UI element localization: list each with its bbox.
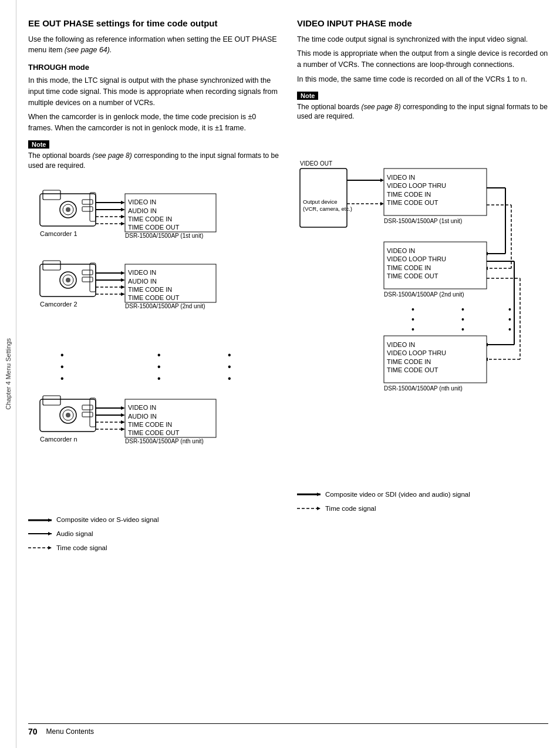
svg-text:TIME CODE OUT: TIME CODE OUT xyxy=(387,366,438,373)
svg-marker-91 xyxy=(380,202,384,205)
bottom-bar: 70 Menu Contents xyxy=(28,723,548,736)
svg-text:VIDEO IN: VIDEO IN xyxy=(387,247,415,254)
svg-marker-36 xyxy=(121,285,125,289)
bottom-label: Menu Contents xyxy=(46,727,94,736)
svg-text:•: • xyxy=(411,315,414,324)
svg-text:TIME CODE OUT: TIME CODE OUT xyxy=(387,199,438,206)
through-mode-title: THROUGH mode xyxy=(28,63,279,72)
svg-marker-13 xyxy=(121,215,125,218)
left-section-title: EE OUT PHASE settings for time code outp… xyxy=(28,18,279,29)
left-legend-item-2: Audio signal xyxy=(28,528,279,540)
right-section-title: VIDEO INPUT PHASE mode xyxy=(297,18,548,29)
svg-text:•: • xyxy=(157,362,161,372)
svg-marker-15 xyxy=(121,222,125,225)
right-para3: In this mode, the same time code is reco… xyxy=(297,74,548,85)
side-tab: Chapter 4 Menu Settings xyxy=(0,0,16,748)
svg-marker-89 xyxy=(380,178,384,182)
svg-marker-70 xyxy=(121,427,125,431)
right-diagram-svg: VIDEO OUT Output device (VCR, camera, et… xyxy=(297,127,532,480)
svg-text:•: • xyxy=(461,315,464,324)
svg-text:•: • xyxy=(411,325,414,334)
svg-point-27 xyxy=(66,278,70,282)
svg-marker-136 xyxy=(317,493,321,496)
svg-text:Camcorder 2: Camcorder 2 xyxy=(40,301,77,308)
svg-text:•: • xyxy=(228,350,231,360)
svg-text:TIME CODE IN: TIME CODE IN xyxy=(128,286,172,293)
svg-text:Camcorder 1: Camcorder 1 xyxy=(40,230,77,237)
svg-marker-32 xyxy=(121,271,125,275)
svg-marker-66 xyxy=(121,413,125,417)
svg-text:TIME CODE OUT: TIME CODE OUT xyxy=(128,429,180,436)
svg-text:Output device: Output device xyxy=(303,198,338,205)
svg-marker-11 xyxy=(121,208,125,211)
svg-text:TIME CODE IN: TIME CODE IN xyxy=(128,215,172,223)
left-legend-label-3: Time code signal xyxy=(56,542,107,554)
svg-text:AUDIO IN: AUDIO IN xyxy=(128,278,157,285)
svg-rect-61 xyxy=(82,412,93,417)
svg-text:DSR-1500A/1500AP (2nd unit): DSR-1500A/1500AP (2nd unit) xyxy=(384,291,464,298)
left-legend: Composite video or S-video signal Audio … xyxy=(28,514,279,554)
page-number: 70 xyxy=(28,727,38,736)
left-column: EE OUT PHASE settings for time code outp… xyxy=(28,18,279,712)
svg-text:•: • xyxy=(60,362,64,372)
svg-text:VIDEO LOOP THRU: VIDEO LOOP THRU xyxy=(387,255,446,262)
svg-marker-9 xyxy=(121,201,125,204)
svg-text:•: • xyxy=(508,315,511,324)
svg-text:AUDIO IN: AUDIO IN xyxy=(128,207,157,214)
svg-text:•: • xyxy=(461,305,464,314)
svg-text:VIDEO OUT: VIDEO OUT xyxy=(300,160,332,167)
right-legend-item-1: Composite video or SDI (video and audio)… xyxy=(297,488,548,501)
svg-text:TIME CODE OUT: TIME CODE OUT xyxy=(128,294,180,301)
svg-text:AUDIO IN: AUDIO IN xyxy=(128,413,157,420)
svg-text:TIME CODE IN: TIME CODE IN xyxy=(387,358,431,365)
svg-text:DSR-1500A/1500AP (nth unit): DSR-1500A/1500AP (nth unit) xyxy=(125,438,204,444)
left-note-text: The optional boards (see page 8) corresp… xyxy=(28,151,279,171)
svg-marker-64 xyxy=(121,406,125,410)
svg-text:VIDEO LOOP THRU: VIDEO LOOP THRU xyxy=(387,182,446,189)
svg-rect-60 xyxy=(82,405,93,410)
svg-text:(VCR, camera, etc.): (VCR, camera, etc.) xyxy=(303,205,352,212)
right-column: VIDEO INPUT PHASE mode The time code out… xyxy=(297,18,548,712)
svg-text:TIME CODE IN: TIME CODE IN xyxy=(128,421,172,428)
right-para1: The time code output signal is synchroni… xyxy=(297,34,548,45)
svg-text:DSR-1500A/1500AP (nth unit): DSR-1500A/1500AP (nth unit) xyxy=(384,385,463,392)
svg-marker-34 xyxy=(121,278,125,282)
svg-marker-138 xyxy=(317,507,321,510)
svg-text:•: • xyxy=(411,305,414,314)
svg-rect-6 xyxy=(82,207,93,211)
svg-rect-85 xyxy=(300,169,347,227)
svg-text:•: • xyxy=(508,325,511,334)
svg-text:VIDEO LOOP THRU: VIDEO LOOP THRU xyxy=(387,349,446,356)
left-legend-label-2: Audio signal xyxy=(56,528,93,540)
right-legend-label-1: Composite video or SDI (video and audio)… xyxy=(325,488,470,501)
right-legend-item-2: Time code signal xyxy=(297,503,548,515)
through-para2: When the camcorder is in genlock mode, t… xyxy=(28,112,279,134)
svg-text:VIDEO IN: VIDEO IN xyxy=(128,198,156,205)
left-legend-label-1: Composite video or S-video signal xyxy=(56,514,159,526)
svg-point-4 xyxy=(66,207,70,212)
left-note-label: Note xyxy=(28,140,49,149)
two-column-layout: EE OUT PHASE settings for time code outp… xyxy=(28,18,548,712)
svg-marker-79 xyxy=(48,518,52,522)
main-content: EE OUT PHASE settings for time code outp… xyxy=(16,0,560,748)
svg-text:VIDEO IN: VIDEO IN xyxy=(387,174,415,181)
svg-text:•: • xyxy=(60,373,64,383)
svg-text:Camcorder n: Camcorder n xyxy=(40,436,77,443)
left-note-box: Note The optional boards (see page 8) co… xyxy=(28,140,279,171)
svg-marker-68 xyxy=(121,420,125,424)
svg-rect-24 xyxy=(43,261,60,270)
right-diagram: VIDEO OUT Output device (VCR, camera, et… xyxy=(297,127,548,481)
svg-rect-5 xyxy=(82,200,93,204)
svg-text:VIDEO IN: VIDEO IN xyxy=(387,341,415,348)
svg-marker-83 xyxy=(48,546,52,550)
left-legend-item-1: Composite video or S-video signal xyxy=(28,514,279,526)
svg-text:•: • xyxy=(228,362,231,372)
svg-text:•: • xyxy=(461,325,464,334)
right-legend: Composite video or SDI (video and audio)… xyxy=(297,488,548,514)
svg-text:TIME CODE IN: TIME CODE IN xyxy=(387,191,431,198)
right-para2: This mode is appropriate when the output… xyxy=(297,48,548,70)
left-diagram-svg: VIDEO IN AUDIO IN TIME CODE IN TIME CODE… xyxy=(28,176,281,505)
svg-marker-81 xyxy=(48,532,52,535)
svg-rect-1 xyxy=(43,190,60,200)
left-diagram: VIDEO IN AUDIO IN TIME CODE IN TIME CODE… xyxy=(28,176,279,507)
